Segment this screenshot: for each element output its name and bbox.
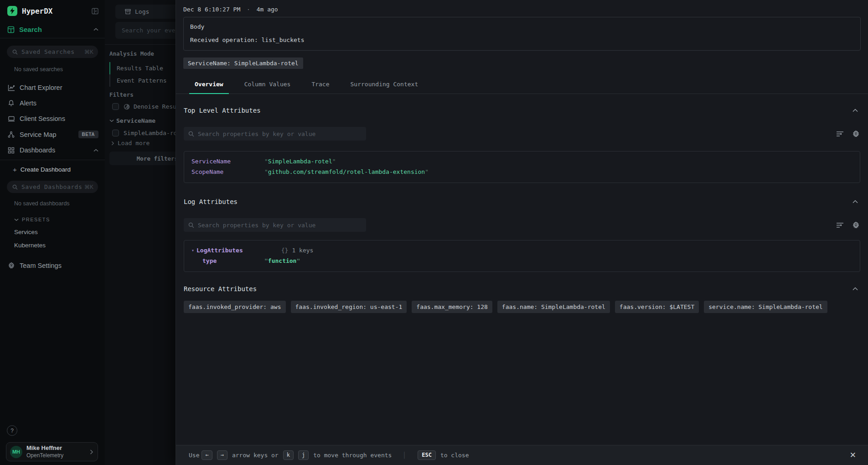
search-placeholder: Search properties by key or value — [198, 222, 315, 229]
event-body-box: Body Received operation: list_buckets — [183, 17, 861, 51]
disclosure-triangle-icon[interactable]: ▾ — [191, 245, 194, 256]
log-attributes-panel: ▾ LogAttributes {}1 keys type function — [184, 240, 860, 272]
attribute-key[interactable]: type — [202, 256, 264, 266]
create-dashboard-button[interactable]: + Create Dashboard — [13, 166, 105, 173]
resource-tag[interactable]: faas.name: SimpleLambda-rotel — [497, 301, 610, 313]
tab-surrounding-context[interactable]: Surrounding Context — [351, 76, 418, 94]
no-saved-searches-text: No saved searches — [14, 66, 105, 73]
filter-group-label: ServiceName — [116, 117, 155, 124]
attribute-value[interactable]: github.com/streamfold/rotel-lambda-exten… — [264, 167, 429, 177]
footer-close-text: to close — [440, 452, 469, 459]
resource-attribute-tags: faas.invoked_provider: aws faas.invoked_… — [184, 301, 860, 313]
log-attrs-search-row: Search properties by key or value — [184, 218, 861, 232]
sidebar-item-search[interactable]: Search — [0, 21, 105, 38]
section-title: Resource Attributes — [184, 285, 852, 293]
section-title: Top Level Attributes — [184, 107, 852, 114]
chevron-down-icon — [14, 218, 19, 221]
plus-icon: + — [13, 166, 17, 173]
beta-badge: BETA — [78, 131, 98, 138]
chevron-down-icon — [109, 119, 114, 122]
user-org: OpenTelemetry — [26, 452, 90, 459]
checkbox[interactable] — [112, 103, 119, 110]
tab-column-values[interactable]: Column Values — [244, 76, 291, 94]
sidebar-item-label: Client Sessions — [20, 115, 98, 122]
user-meta: Mike Heffner OpenTelemetry — [26, 444, 90, 459]
sidebar-item-label: Search — [19, 26, 93, 33]
event-detail-drawer: Dec 8 6:10:27 PM · 4m ago Body Received … — [176, 0, 868, 465]
kbd-arrow-left: ← — [202, 450, 212, 460]
collapse-section-icon[interactable] — [852, 200, 858, 204]
mode-results-table[interactable]: Results Table — [109, 62, 167, 74]
top-level-search-row: Search properties by key or value — [184, 127, 861, 141]
kbd-k: k — [283, 450, 294, 460]
user-card[interactable]: MH Mike Heffner OpenTelemetry — [6, 442, 98, 461]
preset-item-kubernetes[interactable]: Kubernetes — [14, 242, 105, 249]
line-wrap-icon[interactable] — [836, 131, 844, 137]
sidebar-item-dashboards[interactable]: Dashboards — [0, 142, 105, 158]
settings-gear-icon[interactable] — [852, 130, 860, 138]
drawer-tabs: Overview Column Values Trace Surrounding… — [176, 76, 868, 94]
resource-tag[interactable]: service.name: SimpleLambda-rotel — [704, 301, 827, 313]
saved-searches-input[interactable]: Saved Searches ⌘K — [7, 46, 98, 58]
top-level-attributes-panel: ServiceName SimpleLambda-rotel ScopeName… — [184, 151, 860, 183]
checkbox[interactable] — [112, 130, 119, 136]
resource-tag[interactable]: faas.invoked_provider: aws — [184, 301, 286, 313]
analysis-mode-label: Analysis Mode — [109, 50, 154, 57]
help-button[interactable]: ? — [7, 425, 17, 436]
load-more-button[interactable]: Load more — [111, 140, 150, 146]
close-icon[interactable]: ✕ — [850, 450, 856, 460]
saved-dashboards-input[interactable]: Saved Dashboards ⌘K — [7, 181, 98, 193]
load-more-label: Load more — [118, 140, 150, 146]
tab-overview[interactable]: Overview — [195, 76, 223, 94]
sidebar-item-label: Service Map — [20, 131, 78, 138]
properties-search-input[interactable]: Search properties by key or value — [184, 127, 366, 141]
grid-icon — [7, 147, 15, 154]
mode-event-patterns[interactable]: Event Patterns — [109, 74, 167, 87]
sidebar-item-team-settings[interactable]: Team Settings — [0, 258, 105, 273]
sidebar-bottom: ? MH Mike Heffner OpenTelemetry — [0, 425, 105, 465]
resource-tag[interactable]: faas.max_memory: 128 — [412, 301, 492, 313]
sidebar-item-service-map[interactable]: Service Map BETA — [0, 126, 105, 142]
collapse-section-icon[interactable] — [852, 287, 858, 291]
section-title: Log Attributes — [184, 198, 852, 205]
gear-icon — [7, 262, 15, 269]
app-title: HyperDX — [22, 7, 92, 16]
preset-item-services[interactable]: Services — [14, 229, 105, 235]
line-wrap-icon[interactable] — [836, 222, 844, 228]
chart-icon — [7, 84, 15, 91]
brand-row: HyperDX — [0, 0, 105, 21]
tab-trace[interactable]: Trace — [311, 76, 329, 94]
network-icon — [7, 131, 15, 138]
filters-label: Filters — [109, 91, 134, 98]
sidebar-item-chart-explorer[interactable]: Chart Explorer — [0, 80, 105, 95]
archive-icon — [125, 9, 131, 15]
attribute-value[interactable]: function — [264, 256, 300, 266]
event-timestamp-row: Dec 8 6:10:27 PM · 4m ago — [183, 0, 861, 13]
hyperdx-logo-icon — [7, 6, 17, 16]
resource-tag[interactable]: faas.version: $LATEST — [615, 301, 699, 313]
presets-toggle[interactable]: PRESETS — [14, 217, 105, 222]
collapse-sidebar-icon[interactable] — [92, 8, 98, 15]
resource-tag[interactable]: faas.invoked_region: us-east-1 — [291, 301, 407, 313]
collapse-section-icon[interactable] — [852, 109, 858, 112]
attribute-key[interactable]: ScopeName — [191, 167, 264, 177]
chevron-up-icon[interactable] — [93, 28, 98, 31]
servicename-filter-group[interactable]: ServiceName — [109, 117, 155, 124]
event-time-ago: 4m ago — [257, 6, 278, 13]
keys-count: 1 keys — [292, 247, 313, 254]
separator: · — [247, 6, 250, 13]
search-icon — [12, 184, 18, 190]
chevron-up-icon[interactable] — [93, 149, 98, 152]
attribute-row: type function — [202, 256, 852, 266]
attribute-key[interactable]: LogAttributes — [196, 245, 243, 256]
sidebar-item-label: Chart Explorer — [20, 84, 98, 91]
properties-search-input[interactable]: Search properties by key or value — [184, 218, 366, 232]
keys-count-badge: {}1 keys — [281, 245, 314, 256]
attribute-value[interactable]: SimpleLambda-rotel — [264, 156, 336, 167]
sidebar-item-alerts[interactable]: Alerts — [0, 95, 105, 111]
body-text: Received operation: list_buckets — [190, 37, 854, 43]
attribute-key[interactable]: ServiceName — [191, 156, 264, 167]
settings-gear-icon[interactable] — [852, 221, 860, 229]
sidebar-item-client-sessions[interactable]: Client Sessions — [0, 111, 105, 126]
service-name-tag[interactable]: ServiceName: SimpleLambda-rotel — [183, 57, 303, 69]
